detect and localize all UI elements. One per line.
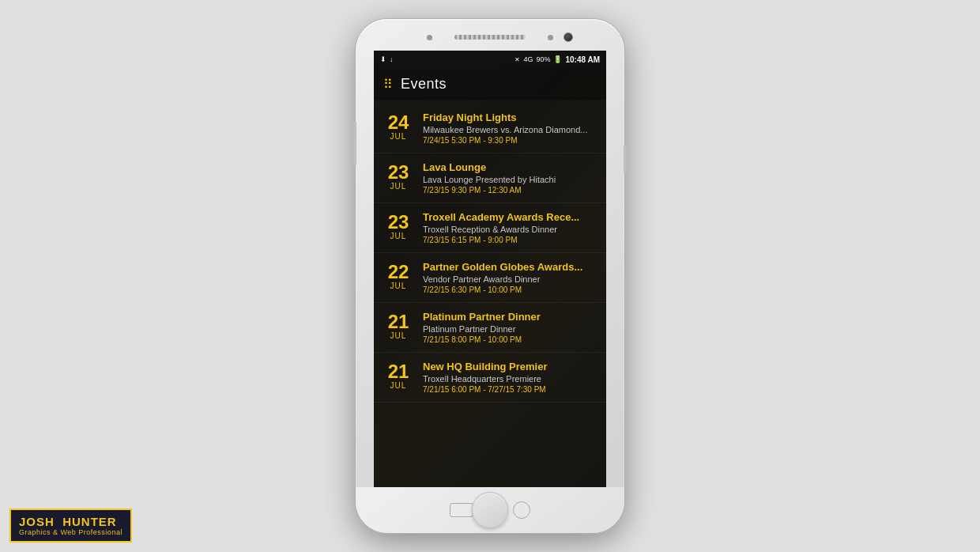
battery-icon: 🔋 [553,55,562,63]
event-month: JUL [383,282,413,290]
battery-level: 90% [536,55,550,63]
event-subtitle: Milwaukee Brewers vs. Arizona Diamond... [423,125,597,134]
event-item[interactable]: 23 JUL Lava Lounge Lava Lounge Presented… [374,153,606,203]
event-subtitle: Lava Lounge Presented by Hitachi [423,175,597,184]
event-day: 23 [383,213,413,232]
event-date: 24 JUL [383,113,413,141]
event-subtitle: Vendor Partner Awards Dinner [423,274,597,284]
event-title: Platinum Partner Dinner [423,311,597,323]
app-screen: ⠿ Events 24 JUL Friday Night Lights Milw… [374,68,606,487]
event-subtitle: Troxell Reception & Awards Dinner [423,225,597,234]
event-time: 7/21/15 6:00 PM - 7/27/15 7:30 PM [423,385,597,394]
event-item[interactable]: 21 JUL Platinum Partner Dinner Platinum … [374,303,606,353]
watermark-subtitle: Graphics & Web Professional [19,528,122,536]
watermark-logo: Josh HUNTER Graphics & Web Professional [9,509,132,543]
notification-icon: ↓ [390,55,394,63]
event-details: Partner Golden Globes Awards... Vendor P… [423,261,597,294]
recents-button[interactable] [513,501,530,519]
event-title: Partner Golden Globes Awards... [423,261,597,273]
phone-bottom-bar [356,487,624,533]
event-details: Friday Night Lights Milwaukee Brewers vs… [423,112,597,145]
event-time: 7/23/15 6:15 PM - 9:00 PM [423,236,597,244]
event-time: 7/22/15 6:30 PM - 10:00 PM [423,285,597,294]
event-details: Lava Lounge Lava Lounge Presented by Hit… [423,161,597,195]
event-time: 7/21/15 8:00 PM - 10:00 PM [423,335,597,344]
event-item[interactable]: 23 JUL Troxell Academy Awards Rece... Tr… [374,203,606,253]
speaker-grille [454,35,526,40]
download-icon: ⬇ [380,55,386,63]
watermark-last-name: HUNTER [62,515,117,528]
back-button[interactable] [450,503,473,517]
event-date: 21 JUL [383,362,413,390]
app-title: Events [401,76,447,93]
power-button [624,146,627,173]
event-time: 7/24/15 5:30 PM - 9:30 PM [423,136,597,145]
volume-button [353,122,356,165]
event-title: Friday Night Lights [423,112,597,123]
event-details: Troxell Academy Awards Rece... Troxell R… [423,211,597,244]
event-subtitle: Troxell Headquarters Premiere [423,374,597,384]
event-date: 22 JUL [383,263,413,290]
event-time: 7/23/15 9:30 PM - 12:30 AM [423,186,597,195]
watermark-first-name: Josh [19,515,55,528]
status-left-icons: ⬇ ↓ [380,55,394,63]
event-subtitle: Platinum Partner Dinner [423,324,597,334]
event-month: JUL [383,182,413,191]
phone-device: ⬇ ↓ ✕ 4G 90% 🔋 10:48 AM ⠿ Events 24 [356,19,624,533]
event-day: 22 [383,263,413,282]
phone-screen: ⬇ ↓ ✕ 4G 90% 🔋 10:48 AM ⠿ Events 24 [374,51,606,487]
status-right-info: ✕ 4G 90% 🔋 10:48 AM [514,55,600,64]
signal-icon: ✕ [514,56,520,63]
network-type: 4G [523,55,533,63]
event-details: Platinum Partner Dinner Platinum Partner… [423,311,597,344]
event-title: New HQ Building Premier [423,361,597,372]
watermark-name: Josh HUNTER [19,515,122,528]
event-month: JUL [383,132,413,141]
event-month: JUL [383,331,413,340]
event-month: JUL [383,232,413,240]
app-header: ⠿ Events [374,68,606,100]
event-day: 21 [383,312,413,331]
events-list: 24 JUL Friday Night Lights Milwaukee Bre… [374,100,606,406]
event-item[interactable]: 22 JUL Partner Golden Globes Awards... V… [374,253,606,303]
event-month: JUL [383,381,413,390]
event-date: 23 JUL [383,213,413,240]
event-day: 24 [383,113,413,132]
phone-top-bar [356,19,624,51]
event-title: Troxell Academy Awards Rece... [423,211,597,223]
status-time: 10:48 AM [565,55,600,64]
event-item[interactable]: 21 JUL New HQ Building Premier Troxell H… [374,353,606,403]
event-details: New HQ Building Premier Troxell Headquar… [423,361,597,394]
home-button[interactable] [472,492,508,528]
event-date: 21 JUL [383,312,413,340]
event-item[interactable]: 24 JUL Friday Night Lights Milwaukee Bre… [374,104,606,153]
front-camera [564,32,573,42]
event-day: 23 [383,163,413,182]
event-date: 23 JUL [383,163,413,191]
status-bar: ⬇ ↓ ✕ 4G 90% 🔋 10:48 AM [374,51,606,68]
speaker-dot-left [427,35,432,40]
speaker-dot-right [548,35,553,40]
event-day: 21 [383,362,413,381]
app-menu-icon[interactable]: ⠿ [383,77,393,92]
event-title: Lava Lounge [423,161,597,173]
